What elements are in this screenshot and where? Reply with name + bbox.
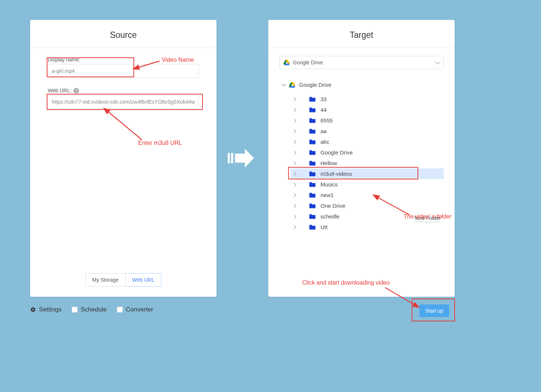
start-up-button[interactable]: Start up <box>419 304 449 317</box>
chevron-right-icon <box>292 97 296 101</box>
folder-icon <box>309 128 316 134</box>
tree-item[interactable]: Google Drive <box>290 147 444 158</box>
schedule-label: Schedule <box>80 306 107 313</box>
tree-item-label: 33 <box>320 96 327 102</box>
source-tabs: My Storage Web URL <box>30 273 216 286</box>
source-panel: Source Display name: Web URL: ? My Stora… <box>30 20 216 297</box>
tree-root-label: Google Drive <box>299 82 332 88</box>
folder-icon <box>309 182 316 187</box>
converter-label: Converter <box>126 306 153 313</box>
bottom-bar: Settings Schedule Converter <box>30 306 153 313</box>
settings-label: Settings <box>39 306 61 313</box>
converter-toggle[interactable]: Converter <box>117 306 153 313</box>
source-title: Source <box>30 20 216 48</box>
tree-item-label: schedle <box>320 213 340 220</box>
tree-item-label: 44 <box>320 107 327 113</box>
dropdown-label: Google Drive <box>293 60 323 65</box>
tree-item-label: Hellow <box>320 160 337 166</box>
target-title: Target <box>268 20 455 48</box>
help-icon[interactable]: ? <box>74 88 79 93</box>
folder-icon <box>309 107 316 113</box>
folder-icon <box>309 118 316 123</box>
display-name-input[interactable] <box>48 64 199 78</box>
chevron-right-icon <box>292 118 296 122</box>
web-url-label-text: Web URL: <box>48 88 71 93</box>
chevron-right-icon <box>292 172 296 176</box>
tree-item[interactable]: Musics <box>290 179 444 190</box>
tree-item[interactable]: 44 <box>290 104 444 115</box>
google-drive-icon <box>283 60 290 65</box>
google-drive-icon <box>289 82 295 88</box>
tree-item[interactable]: new1 <box>290 190 444 200</box>
folder-icon <box>309 139 316 145</box>
tree-item-label: Musics <box>320 181 338 188</box>
tree-item[interactable]: Hellow <box>290 158 444 168</box>
tree-item-label: abc <box>320 139 329 145</box>
tree-item[interactable]: m3u8-videos <box>290 168 444 179</box>
checkbox-icon <box>72 307 78 313</box>
web-url-input[interactable] <box>48 95 199 109</box>
chevron-right-icon <box>292 150 296 154</box>
tree-item-label: Google Drive <box>320 149 353 156</box>
tree-item-label: m3u8-videos <box>320 171 352 177</box>
folder-icon <box>309 171 316 177</box>
target-drive-dropdown[interactable]: Google Drive <box>279 56 444 69</box>
chevron-right-icon <box>292 161 296 165</box>
folder-icon <box>309 150 316 155</box>
settings-button[interactable]: Settings <box>30 306 61 313</box>
folder-icon <box>309 203 316 209</box>
chevron-down-icon <box>282 82 286 86</box>
tree-item-label: new1 <box>320 192 334 198</box>
gear-icon <box>30 307 36 313</box>
target-panel: Target Google Drive Google Drive 3344655… <box>268 20 455 297</box>
chevron-right-icon <box>292 129 296 133</box>
chevron-right-icon <box>292 225 296 229</box>
tree-item-label: Utt <box>320 224 327 230</box>
tree-item[interactable]: aa <box>290 126 444 136</box>
tree-item-label: aa <box>320 128 327 134</box>
tree-root[interactable]: Google Drive <box>282 80 444 89</box>
tree-item-label: 6555 <box>320 117 333 124</box>
chevron-right-icon <box>292 193 296 197</box>
folder-icon <box>309 96 316 102</box>
folder-icon <box>309 160 316 166</box>
chevron-right-icon <box>292 140 296 144</box>
chevron-down-icon <box>435 59 440 64</box>
tree-item-label: One Drive <box>320 203 345 209</box>
chevron-right-icon <box>292 108 296 112</box>
display-name-label: Display name: <box>48 57 199 63</box>
new-folder-link[interactable]: New Folder <box>414 215 441 222</box>
folder-icon <box>309 214 316 219</box>
tree-item[interactable]: abc <box>290 136 444 147</box>
web-url-label: Web URL: ? <box>48 88 199 93</box>
tab-my-storage[interactable]: My Storage <box>85 273 126 286</box>
tree-item[interactable]: One Drive <box>290 200 444 211</box>
folder-icon <box>309 192 316 198</box>
tree-item[interactable]: Utt <box>290 222 444 232</box>
tab-web-url[interactable]: Web URL <box>126 273 161 286</box>
chevron-right-icon <box>292 204 296 208</box>
tree-item[interactable]: 33 <box>290 94 444 104</box>
transfer-arrow-icon: II <box>227 146 260 170</box>
tree-item[interactable]: 6555 <box>290 115 444 126</box>
checkbox-icon <box>117 307 123 313</box>
chevron-right-icon <box>292 182 296 186</box>
folder-tree: Google Drive 33446555aaabcGoogle DriveHe… <box>279 80 444 232</box>
chevron-right-icon <box>292 214 296 218</box>
folder-icon <box>309 224 316 230</box>
schedule-toggle[interactable]: Schedule <box>72 306 107 313</box>
annotation-box-folder <box>288 167 418 179</box>
